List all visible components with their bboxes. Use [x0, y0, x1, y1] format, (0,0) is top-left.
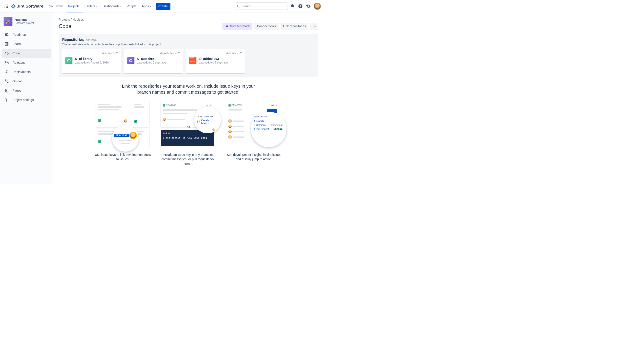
github-icon [199, 57, 202, 60]
sidebar-item-project-settings[interactable]: Project settings [2, 96, 51, 104]
more-actions-button[interactable] [310, 23, 318, 30]
repositories-desc: The repositories with commits, branches … [62, 42, 315, 46]
svg-point-19 [7, 82, 8, 82]
repo-updated: Last updated 2 days ago [137, 61, 166, 64]
sidebar-item-roadmap[interactable]: Roadmap [2, 30, 51, 39]
hero-caption-1: Use issue keys to link development tools… [95, 152, 151, 162]
sidebar-item-pages[interactable]: Pages [2, 86, 51, 95]
svg-rect-17 [6, 42, 7, 45]
board-icon [4, 41, 9, 46]
svg-point-25 [6, 100, 7, 100]
repo-card-ui-library[interactable]: Auto linked ui-libraryLast updated Augus… [62, 49, 121, 74]
sidebar: 🚀 Nucleus Software project RoadmapBoardC… [0, 12, 53, 184]
search-box[interactable] [235, 2, 288, 10]
nav-menu: Your workProjects▾Filters▾Dashboards▾Peo… [47, 3, 153, 10]
gitlab-icon [137, 57, 140, 60]
nav-item-apps[interactable]: Apps▾ [140, 3, 153, 10]
nav-item-filters[interactable]: Filters▾ [85, 3, 100, 10]
svg-point-4 [6, 6, 7, 6]
sidebar-item-on-call[interactable]: On-call [2, 77, 51, 86]
top-navigation: Jira Software Your workProjects▾Filters▾… [0, 0, 324, 12]
more-icon [312, 24, 316, 28]
nav-item-people[interactable]: People [124, 3, 139, 10]
breadcrumb[interactable]: Projects / Nucleus [59, 18, 318, 21]
code-icon [4, 50, 9, 56]
unlink-icon [239, 52, 242, 54]
nav-item-projects[interactable]: Projects▾ [66, 3, 84, 10]
unlink-icon [177, 52, 180, 54]
project-icon: 🚀 [4, 17, 13, 26]
sidebar-item-releases[interactable]: Releases [2, 58, 51, 67]
magnify-create-branch: DEVELOPMENT Create branch 👆 [194, 107, 221, 134]
hero-card-3: DEV-2095•••✕ EVELOPMENT 1 Branch 9 Commi… [226, 100, 282, 166]
svg-rect-16 [5, 42, 6, 45]
sidebar-item-deployments[interactable]: Deployments [2, 68, 51, 76]
app-switcher-icon[interactable] [3, 3, 10, 10]
svg-point-1 [6, 4, 7, 5]
svg-point-7 [6, 7, 7, 8]
svg-line-10 [239, 6, 240, 7]
svg-point-28 [315, 26, 316, 27]
unlink-icon [115, 52, 118, 54]
hero-caption-2: Include an issue key in any branches, co… [160, 152, 217, 166]
create-button[interactable]: Create [156, 3, 170, 10]
svg-point-33 [199, 121, 199, 122]
project-name: Nucleus [15, 18, 34, 22]
sidebar-item-label: Project settings [13, 98, 34, 102]
megaphone-icon [225, 24, 229, 28]
repositories-title: Repositories [62, 38, 84, 42]
repo-updated: Last updated August 9, 2020 [75, 61, 109, 64]
sidebar-item-label: Code [13, 52, 20, 55]
svg-point-26 [313, 26, 313, 27]
jira-logo[interactable]: Jira Software [11, 4, 43, 9]
search-icon [237, 4, 240, 8]
give-feedback-button[interactable]: Give feedback [223, 23, 253, 30]
project-header[interactable]: 🚀 Nucleus Software project [2, 17, 51, 30]
hero-card-2: DEV-2095•••✕ OR $ git commit -m "DEV-209… [160, 100, 217, 166]
magnify-dev-insights: EVELOPMENT 1 Branch 9 Commits2 mins ago … [251, 112, 286, 147]
sidebar-item-board[interactable]: Board [2, 40, 51, 48]
svg-point-29 [67, 59, 71, 62]
svg-point-6 [5, 7, 5, 8]
sidebar-item-label: Releases [13, 61, 25, 64]
repositories-panel: Repositories see less ▾ The repositories… [59, 34, 318, 77]
chevron-down-icon: ▾ [96, 5, 97, 7]
search-input[interactable] [242, 4, 286, 8]
svg-text:?: ? [300, 4, 301, 8]
repo-card-autechre[interactable]: Manually linked autechreLast updated 2 d… [124, 49, 183, 74]
sidebar-item-label: Board [13, 42, 21, 46]
chevron-down-icon: ▾ [120, 5, 121, 7]
repo-name: autechre [141, 57, 154, 60]
svg-point-34 [197, 122, 198, 123]
user-avatar[interactable] [314, 3, 321, 10]
svg-rect-14 [5, 34, 7, 35]
help-icon[interactable]: ? [297, 3, 304, 10]
repo-name: ui-library [79, 57, 92, 60]
svg-rect-13 [5, 33, 8, 34]
svg-rect-15 [5, 36, 9, 36]
svg-point-5 [7, 6, 8, 6]
nav-item-your-work[interactable]: Your work [47, 3, 65, 10]
repo-card-orbital-303[interactable]: Auto linked orbital-303Last updated 7 da… [186, 49, 245, 74]
sidebar-item-code[interactable]: Code [2, 49, 51, 58]
sidebar-item-label: Deployments [13, 70, 31, 74]
project-type: Software project [15, 22, 34, 25]
chevron-down-icon: ▾ [150, 5, 151, 7]
notifications-icon[interactable] [289, 3, 296, 10]
link-repositories-button[interactable]: Link repositories [280, 23, 308, 30]
cursor-icon: 👆 [212, 128, 216, 131]
link-type-label: Manually linked [159, 52, 180, 54]
link-type-label: Auto linked [102, 52, 118, 54]
releases-icon [4, 60, 9, 65]
svg-point-20 [8, 82, 9, 82]
settings-icon [4, 97, 9, 102]
see-less-toggle[interactable]: see less ▾ [86, 38, 97, 42]
link-type-label: Auto linked [227, 52, 242, 54]
connect-tools-button[interactable]: Connect tools [254, 23, 279, 30]
hero-heading: Link the repositories your teams work on… [117, 83, 260, 95]
roadmap-icon [4, 32, 9, 37]
settings-icon[interactable] [305, 3, 312, 10]
nav-item-dashboards[interactable]: Dashboards▾ [100, 3, 124, 10]
page-title: Code [59, 23, 71, 29]
svg-point-31 [69, 60, 70, 60]
